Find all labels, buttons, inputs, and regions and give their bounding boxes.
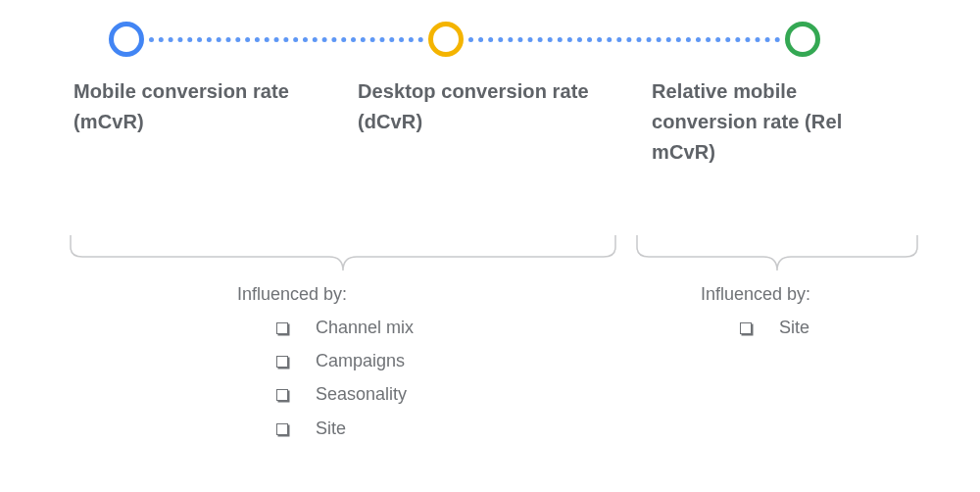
list-item-label: Channel mix: [316, 311, 414, 344]
list-item-label: Seasonality: [316, 377, 407, 411]
bullet-icon: [740, 322, 752, 334]
list-item-label: Site: [316, 412, 346, 445]
list-item-label: Campaigns: [316, 344, 405, 377]
influenced-block-right: Influenced by: Site: [701, 284, 810, 344]
influenced-list: Site: [701, 311, 810, 344]
connector-dots: [468, 37, 780, 42]
brace-icon: [69, 233, 617, 280]
bullet-icon: [276, 356, 288, 368]
list-item: Channel mix: [237, 311, 414, 344]
bullet-icon: [276, 389, 288, 401]
node-circle-dcvr: [428, 22, 464, 57]
list-item: Site: [237, 412, 414, 445]
influenced-heading: Influenced by:: [237, 284, 414, 305]
node-label-mcvr: Mobile conversion rate (mCvR): [74, 76, 338, 137]
node-label-dcvr: Desktop conversion rate (dCvR): [358, 76, 622, 137]
list-item: Seasonality: [237, 377, 414, 411]
node-circle-relmcvr: [785, 22, 820, 57]
diagram-canvas: (function(){ const d = JSON.parse(docume…: [0, 0, 980, 492]
node-circle-mcvr: [109, 22, 144, 57]
influenced-heading: Influenced by:: [701, 284, 810, 305]
list-item: Site: [701, 311, 810, 344]
influenced-list: Channel mix Campaigns Seasonality Site: [237, 311, 414, 445]
node-label-relmcvr: Relative mobile conversion rate (Rel mCv…: [652, 76, 906, 168]
connector-dots: [149, 37, 423, 42]
bullet-icon: [276, 322, 288, 334]
list-item-label: Site: [779, 311, 809, 344]
bullet-icon: [276, 423, 288, 435]
brace-icon: [635, 233, 919, 280]
influenced-block-left: Influenced by: Channel mix Campaigns Sea…: [237, 284, 414, 445]
list-item: Campaigns: [237, 344, 414, 377]
